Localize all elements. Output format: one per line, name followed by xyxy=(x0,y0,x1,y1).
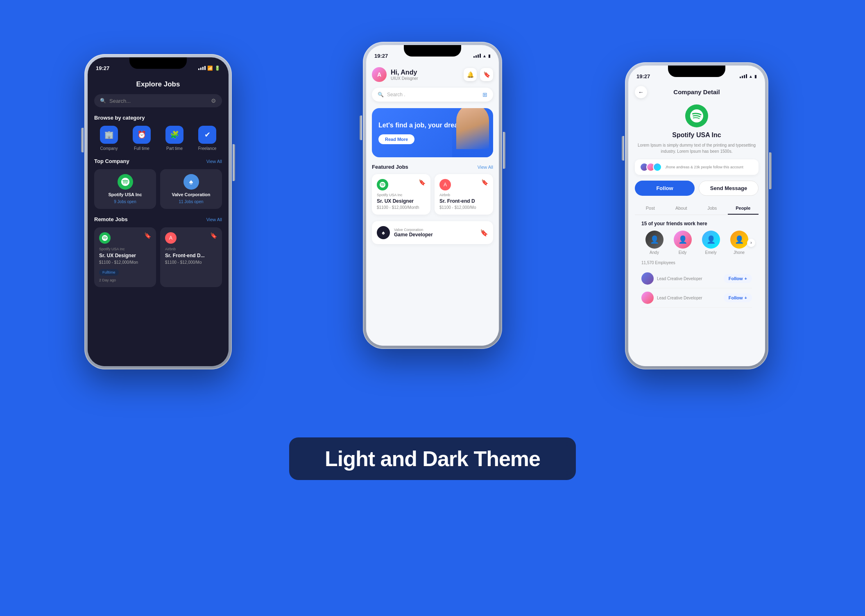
phone-center: 19:27 ▲ ▮ A Hi xyxy=(363,42,502,349)
featured-title: Featured Jobs xyxy=(372,164,408,170)
send-message-button[interactable]: Send Message xyxy=(699,181,759,196)
user-avatar: A xyxy=(372,67,387,82)
bookmark-button[interactable]: 🔖 xyxy=(480,68,493,81)
dark-screen-content: Explore Jobs 🔍 Search... ⚙ Browse by cat… xyxy=(88,75,229,366)
page-title-right: Company Detail xyxy=(673,88,720,95)
follower-3 xyxy=(653,163,662,172)
tab-people[interactable]: People xyxy=(728,202,759,215)
banner-person xyxy=(452,108,493,157)
status-icons-center: ▲ ▮ xyxy=(473,54,491,58)
friend-emely: 👤 Emely xyxy=(698,231,724,255)
plus-icon-2: + xyxy=(745,295,747,300)
phone-left-screen: 19:27 📶 🔋 Explore Jobs 🔍 S xyxy=(88,57,229,366)
top-company-header: Top Company View All xyxy=(94,158,222,164)
valve-logo-center: ♠ xyxy=(377,226,390,239)
friends-title: 15 of your friends work here xyxy=(641,221,752,226)
company-detail-section: Spotify USA Inc Lorem Ipsum is simply du… xyxy=(628,100,765,312)
bottom-job-card[interactable]: ♠ Valve Corporation Game Developer 🔖 xyxy=(372,221,493,244)
signal-left xyxy=(198,66,206,70)
feat-bookmark-airbnb[interactable]: 🔖 xyxy=(481,179,488,186)
greeting-role: UIUX Deisgner xyxy=(391,76,418,81)
notification-button[interactable]: 🔔 xyxy=(464,68,477,81)
top-company-view-all[interactable]: View All xyxy=(206,159,222,164)
bookmark-fe[interactable]: 🔖 xyxy=(210,232,217,239)
featured-card-airbnb[interactable]: A 🔖 Airbnb Sr. Front-end D $1100 - $12,0… xyxy=(435,174,493,215)
parttime-icon: 🧩 xyxy=(165,126,183,144)
friend-andy: 👤 Andy xyxy=(641,231,667,255)
fulltime-icon: ⏰ xyxy=(133,126,151,144)
tab-about[interactable]: About xyxy=(666,202,697,215)
search-bar-light[interactable]: 🔍 Search . ⊞ xyxy=(372,88,493,102)
featured-view-all[interactable]: View All xyxy=(478,165,493,170)
search-icon-left: 🔍 xyxy=(100,98,106,104)
ux-tag: Fulltime xyxy=(99,269,119,276)
company-card-spotify[interactable]: Spotify USA Inc 9 Jobs open xyxy=(94,169,156,209)
time-center: 19:27 xyxy=(374,53,388,59)
banner-card: Let's find a job, your dream Read More xyxy=(372,108,493,157)
notch-center xyxy=(404,45,461,57)
company-card-valve[interactable]: ♠ Valve Corporation 11 Jobs open xyxy=(160,169,222,209)
remote-view-all[interactable]: View All xyxy=(206,217,222,222)
parttime-label: Part time xyxy=(166,146,183,151)
friend-name-andy: Andy xyxy=(650,250,659,255)
featured-header: Featured Jobs View All xyxy=(372,164,493,170)
category-company[interactable]: 🏢 Company xyxy=(94,126,124,151)
employee-left-2: Lead Creative Developer xyxy=(641,292,702,304)
back-button[interactable]: ← xyxy=(635,86,647,98)
greeting-row: A Hi, Andy UIUX Deisgner 🔔 🔖 xyxy=(372,67,493,82)
battery-center: ▮ xyxy=(488,54,491,58)
follow-label-2: Follow xyxy=(729,295,743,300)
category-freelance[interactable]: ✔ Freelance xyxy=(192,126,222,151)
search-bar-dark[interactable]: 🔍 Search... ⚙ xyxy=(94,94,222,107)
fe-salary: $1100 - $12,000/Mo xyxy=(165,260,217,265)
freelance-label: Freelance xyxy=(198,146,216,151)
greeting-name: Hi, Andy xyxy=(391,69,418,76)
spotify-jobs-left: 9 Jobs open xyxy=(114,199,136,204)
tab-post[interactable]: Post xyxy=(635,202,666,215)
friends-chevron[interactable]: › xyxy=(747,239,755,247)
category-parttime[interactable]: 🧩 Part time xyxy=(160,126,189,151)
wifi-right: ▲ xyxy=(749,74,753,79)
time-right: 19:27 xyxy=(636,73,650,79)
category-fulltime[interactable]: ⏰ Full time xyxy=(127,126,156,151)
phone-right-screen: 19:27 ▲ ▮ ← Company Detail xyxy=(628,66,765,366)
overlay-text: Light and Dark Theme xyxy=(306,446,559,471)
friend-name-eidy: Eidy xyxy=(679,250,686,255)
job-card-ux-header: 🔖 xyxy=(99,232,151,244)
browse-title: Browse by category xyxy=(94,115,145,121)
company-grid: Spotify USA Inc 9 Jobs open ♠ Valve Corp… xyxy=(94,169,222,209)
fe-company-logo: A xyxy=(165,232,177,244)
job-card-ux-dark[interactable]: 🔖 Spotify USA Inc Sr. UX Designer $1100 … xyxy=(94,227,156,287)
friend-avatar-eidy: 👤 xyxy=(674,231,692,249)
banner-read-more-button[interactable]: Read More xyxy=(378,134,414,144)
friend-avatar-emely: 👤 xyxy=(702,231,720,249)
follow-employee-1-button[interactable]: Follow + xyxy=(724,274,752,283)
employee-role-1: Lead Creative Developer xyxy=(657,276,702,281)
friend-eidy: 👤 Eidy xyxy=(670,231,695,255)
light-screen-content: A Hi, Andy UIUX Deisgner 🔔 🔖 🔍 Search . xyxy=(366,63,499,346)
filter-icon-center: ⊞ xyxy=(482,91,487,98)
employee-row-2: Lead Creative Developer Follow + xyxy=(641,288,752,308)
freelance-icon: ✔ xyxy=(198,126,216,144)
feat-bookmark-spotify[interactable]: 🔖 xyxy=(419,179,426,186)
friend-avatar-andy: 👤 xyxy=(645,231,663,249)
search-placeholder-left: Search... xyxy=(109,98,211,104)
tab-jobs[interactable]: Jobs xyxy=(697,202,728,215)
feat-salary-ux: $1100 - $12,000/Month xyxy=(377,205,426,210)
category-grid: 🏢 Company ⏰ Full time 🧩 Part time ✔ Free… xyxy=(94,126,222,151)
bookmark-bottom[interactable]: 🔖 xyxy=(480,229,488,237)
feat-company-spotify: Spotify USA Inc xyxy=(377,193,426,197)
follow-button[interactable]: Follow xyxy=(635,181,695,196)
feat-spotify-logo xyxy=(377,179,388,190)
job-card-frontend-dark[interactable]: A 🔖 Airbnb Sr. Front-end D... $1100 - $1… xyxy=(160,227,222,287)
status-icons-left: 📶 🔋 xyxy=(198,66,220,71)
wifi-center: ▲ xyxy=(482,54,487,58)
follow-employee-2-button[interactable]: Follow + xyxy=(724,293,752,302)
remote-title: Remote Jobs xyxy=(94,216,128,222)
featured-card-spotify[interactable]: 🔖 Spotify USA Inc Sr. UX Designer $1100 … xyxy=(372,174,430,215)
bookmark-ux[interactable]: 🔖 xyxy=(144,232,151,239)
browse-section-header: Browse by category xyxy=(94,115,222,121)
employee-role-2: Lead Creative Developer xyxy=(657,296,702,300)
remote-job-cards: 🔖 Spotify USA Inc Sr. UX Designer $1100 … xyxy=(94,227,222,287)
battery-left: 🔋 xyxy=(215,66,220,71)
